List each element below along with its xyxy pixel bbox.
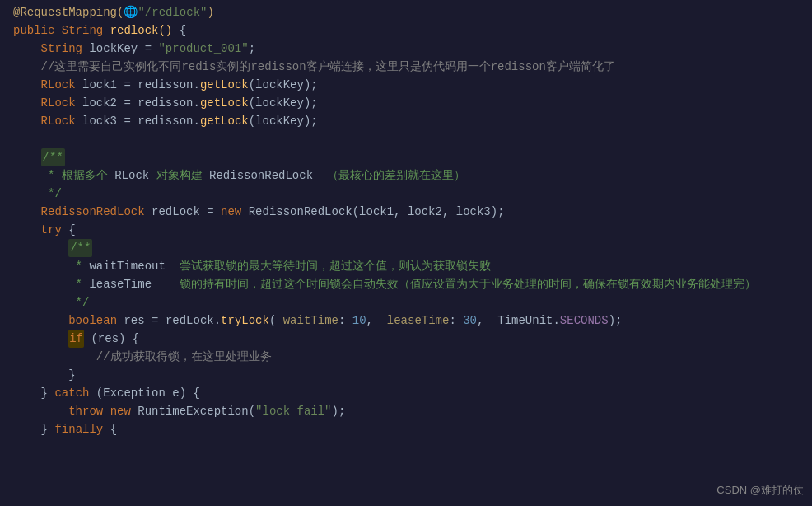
table-row: @RequestMapping(🌐"/redlock") — [0, 3, 812, 21]
table-row: } catch (Exception e) { — [0, 384, 812, 402]
if-keyword-badge: if — [68, 330, 84, 348]
table-row: //这里需要自己实例化不同redis实例的redisson客户端连接，这里只是伪… — [0, 58, 812, 76]
table-row: */ — [0, 185, 812, 203]
table-row: /** — [0, 148, 812, 166]
table-row: if (res) { — [0, 330, 812, 348]
table-row: String lockKey = "product_001"; — [0, 40, 812, 58]
table-row: * 根据多个 RLock 对象构建 RedissonRedLock （最核心的差… — [0, 166, 812, 185]
doc-comment-badge: /** — [68, 239, 92, 257]
table-row: * waitTimeout 尝试获取锁的最大等待时间，超过这个值，则认为获取锁失… — [0, 257, 812, 275]
table-row: boolean res = redLock.tryLock( waitTime:… — [0, 312, 812, 330]
table-row: */ — [0, 293, 812, 312]
table-row: throw new RuntimeException("lock fail"); — [0, 402, 812, 420]
table-row: } finally { — [0, 420, 812, 438]
table-row: RLock lock1 = redisson.getLock(lockKey); — [0, 76, 812, 94]
table-row: /** — [0, 239, 812, 257]
doc-comment-badge: /** — [41, 148, 65, 166]
table-row: RLock lock2 = redisson.getLock(lockKey); — [0, 94, 812, 112]
watermark: CSDN @难打的仗 — [716, 483, 804, 498]
code-editor: @RequestMapping(🌐"/redlock")public Strin… — [0, 0, 812, 506]
table-row: RLock lock3 = redisson.getLock(lockKey); — [0, 112, 812, 130]
table-row — [0, 130, 812, 148]
table-row: try { — [0, 221, 812, 239]
table-row: RedissonRedLock redLock = new RedissonRe… — [0, 203, 812, 221]
table-row: * leaseTime 锁的持有时间，超过这个时间锁会自动失效（值应设置为大于业… — [0, 275, 812, 293]
code-lines: @RequestMapping(🌐"/redlock")public Strin… — [0, 3, 812, 438]
table-row: //成功获取得锁，在这里处理业务 — [0, 348, 812, 366]
table-row: public String redlock() { — [0, 21, 812, 40]
table-row: } — [0, 366, 812, 384]
